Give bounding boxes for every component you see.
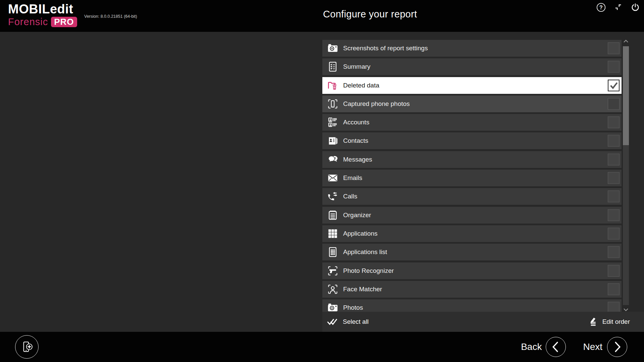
deleted-data-icon bbox=[327, 80, 338, 91]
list-item-label: Photos bbox=[343, 304, 363, 311]
list-item-calls[interactable]: Calls bbox=[322, 188, 622, 205]
scrollbar-track[interactable] bbox=[623, 46, 629, 305]
emails-icon bbox=[327, 172, 338, 184]
summary-icon bbox=[327, 61, 338, 72]
page-title: Configure your report bbox=[323, 9, 417, 20]
select-all-label: Select all bbox=[343, 318, 369, 325]
list-item-label: Applications bbox=[343, 230, 377, 237]
list-item-label: Summary bbox=[343, 63, 370, 70]
checkbox[interactable] bbox=[608, 135, 620, 147]
checkbox[interactable] bbox=[608, 246, 620, 258]
power-icon[interactable] bbox=[631, 3, 640, 12]
logo-forensic: Forensic bbox=[8, 17, 48, 27]
chevron-left-icon bbox=[546, 337, 566, 357]
list-item-organizer[interactable]: Organizer bbox=[322, 207, 622, 224]
checkbox[interactable] bbox=[608, 172, 620, 184]
checkbox[interactable] bbox=[608, 98, 620, 110]
next-label: Next bbox=[583, 342, 602, 352]
organizer-icon bbox=[327, 209, 338, 221]
next-button[interactable] bbox=[607, 337, 627, 357]
scroll-up-icon[interactable] bbox=[623, 38, 629, 45]
list-item-label: Captured phone photos bbox=[343, 100, 410, 108]
report-sections-list: Screenshots of report settings Summary D… bbox=[322, 32, 622, 312]
list-item-label: Screenshots of report settings bbox=[343, 45, 428, 52]
checkbox[interactable] bbox=[608, 61, 620, 73]
list-item-photo-recognizer[interactable]: Photo Recognizer bbox=[322, 262, 622, 279]
list-item-label: Applications list bbox=[343, 248, 387, 256]
back-button[interactable] bbox=[546, 337, 566, 357]
list-item-label: Accounts bbox=[343, 119, 369, 126]
list-item-deleted-data[interactable]: Deleted data bbox=[322, 77, 622, 94]
contacts-icon bbox=[327, 135, 338, 146]
chevron-right-icon bbox=[607, 337, 627, 357]
checkbox[interactable] bbox=[608, 228, 620, 239]
list-item-label: Contacts bbox=[343, 137, 368, 144]
photos-icon bbox=[327, 302, 338, 312]
app-window: MOBILedit Forensic PRO Version: 8.0.0.21… bbox=[0, 0, 644, 362]
checkbox[interactable] bbox=[608, 79, 620, 91]
list-item-label: Messages bbox=[343, 156, 372, 163]
captured-phone-icon bbox=[327, 98, 338, 110]
checkbox[interactable] bbox=[608, 209, 620, 221]
edit-order-icon bbox=[587, 316, 598, 327]
checkbox[interactable] bbox=[608, 154, 620, 165]
list-item-captured-phone-photos[interactable]: Captured phone photos bbox=[322, 96, 622, 112]
list-item-summary[interactable]: Summary bbox=[322, 58, 622, 75]
list-item-label: Calls bbox=[343, 193, 357, 200]
list-item-label: Deleted data bbox=[343, 82, 379, 89]
list-item-applications-list[interactable]: Applications list bbox=[322, 244, 622, 260]
list-item-contacts[interactable]: Contacts bbox=[322, 132, 622, 149]
list-footer-bar: Select all Edit order bbox=[322, 312, 644, 332]
list-item-label: Emails bbox=[343, 174, 362, 182]
list-item-photos[interactable]: Photos bbox=[322, 299, 622, 312]
list-item-emails[interactable]: Emails bbox=[322, 170, 622, 186]
logo-pro-badge: PRO bbox=[51, 17, 77, 27]
app-logo: MOBILedit Forensic PRO bbox=[8, 3, 77, 27]
list-item-screenshots-of-report-settings[interactable]: Screenshots of report settings bbox=[322, 40, 622, 57]
messages-icon bbox=[327, 154, 338, 165]
accounts-icon bbox=[327, 117, 338, 128]
applications-list-icon bbox=[327, 246, 338, 258]
list-item-face-matcher[interactable]: Face Matcher bbox=[322, 281, 622, 298]
logo-mobiledit: MOBILedit bbox=[8, 3, 77, 15]
header: MOBILedit Forensic PRO Version: 8.0.0.21… bbox=[0, 0, 644, 32]
add-phone-button[interactable] bbox=[15, 335, 39, 359]
select-all-button[interactable]: Select all bbox=[324, 312, 371, 332]
bottom-navigation-bar: Back Next bbox=[0, 332, 644, 362]
list-item-accounts[interactable]: Accounts bbox=[322, 114, 622, 131]
add-phone-icon bbox=[20, 340, 34, 354]
checkbox[interactable] bbox=[608, 43, 620, 54]
calls-icon bbox=[327, 191, 338, 202]
checkbox[interactable] bbox=[608, 265, 620, 277]
resize-icon[interactable] bbox=[613, 3, 623, 12]
checkbox[interactable] bbox=[608, 191, 620, 202]
help-icon[interactable] bbox=[596, 3, 606, 12]
checkbox[interactable] bbox=[608, 117, 620, 128]
select-all-icon bbox=[326, 316, 338, 327]
list-item-label: Organizer bbox=[343, 212, 371, 219]
scrollbar bbox=[623, 38, 629, 45]
edit-order-button[interactable]: Edit order bbox=[587, 312, 630, 332]
scrollbar-thumb[interactable] bbox=[623, 46, 629, 145]
photo-recognizer-icon bbox=[327, 265, 338, 277]
list-item-applications[interactable]: Applications bbox=[322, 225, 622, 242]
edit-order-label: Edit order bbox=[602, 318, 630, 325]
checkbox[interactable] bbox=[608, 283, 620, 295]
list-item-label: Photo Recognizer bbox=[343, 267, 394, 275]
applications-icon bbox=[327, 228, 338, 239]
list-item-label: Face Matcher bbox=[343, 286, 382, 293]
checkbox[interactable] bbox=[608, 302, 620, 312]
face-matcher-icon bbox=[327, 284, 338, 295]
version-label: Version: 8.0.0.21851 (64-bit) bbox=[84, 14, 137, 19]
list-item-messages[interactable]: Messages bbox=[322, 151, 622, 168]
camera-icon bbox=[327, 43, 338, 54]
back-label: Back bbox=[521, 342, 542, 352]
